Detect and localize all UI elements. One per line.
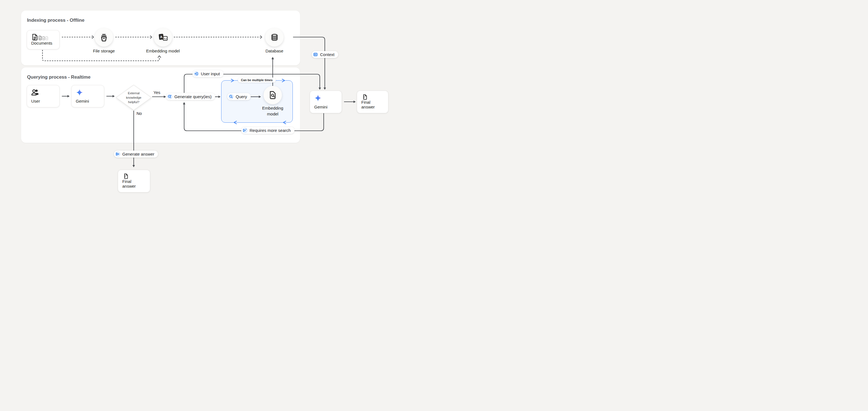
user-node: User [27, 85, 60, 107]
file-storage-node [95, 28, 113, 47]
requires-more-search-label: Requires more search [250, 128, 291, 133]
embedding-model-online-label: Embedding model [260, 105, 285, 117]
documents-icon [31, 34, 49, 41]
documents-node: Documents [27, 30, 60, 49]
can-be-multiple-times-badge: Can be multiple times [238, 78, 276, 83]
file-storage-icon [100, 33, 108, 41]
no-label: No [136, 111, 142, 116]
document-search-icon [269, 91, 277, 99]
user-input-label: User input [201, 71, 220, 76]
database-node [265, 28, 284, 47]
gemini-node-query: Gemini [71, 85, 104, 107]
querying-title: Querying process - Realtime [27, 75, 91, 80]
user-input-pill: User input [192, 70, 223, 77]
embedding-model-icon [158, 33, 168, 41]
search-icon [228, 94, 234, 99]
gemini-node-answer: Gemini [310, 91, 342, 113]
final-answer-node-right: Final answer [357, 91, 388, 113]
user-icon [31, 89, 39, 96]
generate-answer-pill: Generate answer [114, 151, 158, 157]
final-answer-node-bottom: Final answer [118, 170, 150, 193]
file-storage-label: File storage [87, 49, 121, 53]
generate-queries-label: Generate query(ies) [175, 94, 211, 99]
gemini-query-label: Gemini [76, 99, 100, 104]
yes-label: Yes [154, 90, 160, 95]
gemini-icon [314, 94, 322, 102]
final-answer-right-label: Final answer [361, 100, 384, 109]
embedding-model-offline-label: Embedding model [144, 49, 182, 53]
embedding-model-online-node [264, 86, 282, 104]
rag-architecture-diagram: A 0,1 [0, 0, 434, 206]
final-answer-document-icon [361, 94, 369, 100]
embedding-model-offline-node [154, 28, 172, 47]
decision-label: External knowledge helpful? [124, 91, 144, 104]
gemini-answer-label: Gemini [314, 105, 337, 109]
database-icon [271, 33, 279, 41]
documents-label: Documents [31, 41, 55, 46]
requires-more-search-pill: Requires more search [241, 127, 294, 134]
final-answer-bottom-label: Final answer [122, 179, 146, 188]
user-label: User [31, 99, 55, 104]
decision-node: External knowledge helpful? [115, 84, 152, 111]
indexing-title: Indexing process - Offline [27, 18, 84, 23]
input-icon [194, 71, 199, 77]
generate-queries-pill: Generate query(ies) [166, 93, 215, 100]
database-label: Database [258, 49, 291, 53]
final-answer-document-icon [122, 173, 130, 179]
query-pill: Query [227, 93, 251, 100]
context-label: Context [320, 52, 335, 57]
context-pill: Context [312, 51, 338, 58]
search-spark-icon [167, 94, 173, 99]
send-spark-icon [242, 128, 248, 133]
generate-answer-label: Generate answer [122, 152, 154, 156]
send-icon [115, 151, 120, 157]
gemini-icon [76, 89, 83, 96]
context-icon [313, 52, 318, 57]
query-label: Query [236, 94, 247, 99]
